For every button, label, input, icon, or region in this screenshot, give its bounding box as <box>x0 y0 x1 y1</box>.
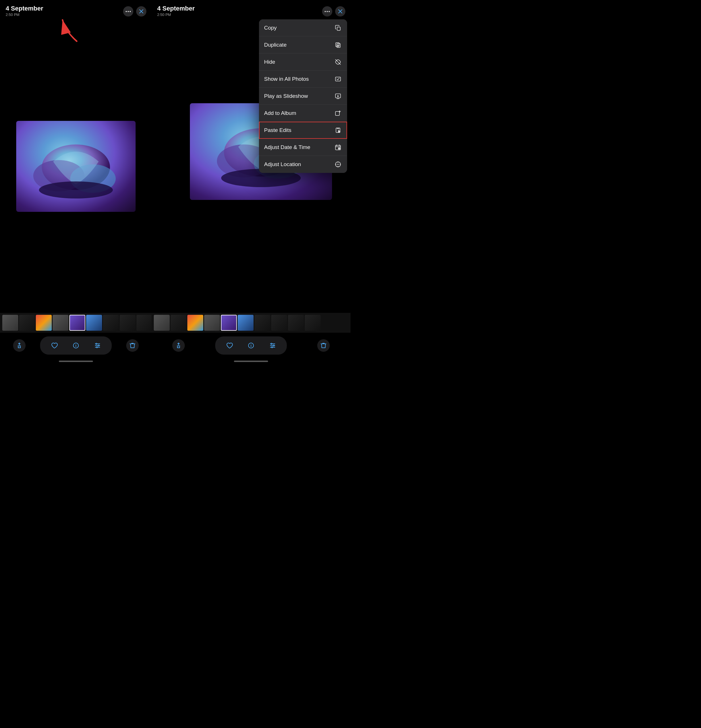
right-home-bar <box>234 361 268 362</box>
menu-item-show-all[interactable]: Show in All Photos <box>259 71 347 88</box>
arrow-indicator <box>57 14 85 45</box>
right-toolbar-pill <box>215 337 287 355</box>
filmstrip-thumb-6[interactable] <box>86 315 102 331</box>
svg-point-16 <box>96 343 97 344</box>
svg-point-19 <box>325 11 326 12</box>
adjust-date-svg <box>335 144 341 150</box>
duplicate-icon <box>334 41 342 49</box>
filmstrip-thumb-4[interactable] <box>53 315 69 331</box>
right-info-button[interactable] <box>245 339 257 352</box>
left-info-button[interactable] <box>70 339 82 352</box>
left-heart-button[interactable] <box>48 339 61 352</box>
adjust-location-icon <box>334 160 342 168</box>
slideshow-svg <box>335 93 341 99</box>
paste-edits-icon <box>334 126 342 134</box>
svg-point-1 <box>128 11 129 12</box>
add-album-svg <box>335 110 341 116</box>
filmstrip-thumb-8[interactable] <box>120 315 136 331</box>
filmstrip-thumb-3[interactable] <box>36 315 52 331</box>
svg-point-20 <box>327 11 328 12</box>
svg-point-9 <box>39 181 113 198</box>
menu-item-adjust-location-label: Adjust Location <box>264 161 301 168</box>
context-menu: Copy Duplicate Hide <box>259 19 347 173</box>
right-close-button[interactable] <box>335 6 345 16</box>
right-share-button[interactable] <box>172 339 185 352</box>
menu-item-duplicate[interactable]: Duplicate <box>259 36 347 53</box>
menu-item-paste-edits[interactable]: Paste Edits <box>259 122 347 139</box>
filmstrip-thumb-1[interactable] <box>2 315 18 331</box>
paste-edits-svg <box>335 127 341 133</box>
left-trash-button[interactable] <box>126 339 139 352</box>
menu-item-duplicate-label: Duplicate <box>264 42 287 48</box>
right-header: 4 September 2:50 PM <box>151 0 350 20</box>
trash-icon-right <box>320 342 327 349</box>
left-toolbar-pill <box>40 337 112 355</box>
svg-line-29 <box>335 59 340 65</box>
svg-point-49 <box>338 164 338 165</box>
hide-icon <box>334 58 342 66</box>
svg-point-65 <box>273 345 274 346</box>
right-adjust-button[interactable] <box>266 339 279 352</box>
right-home-indicator <box>151 358 350 364</box>
right-trash-button[interactable] <box>317 339 330 352</box>
right-filmstrip <box>151 313 350 333</box>
menu-item-hide[interactable]: Hide <box>259 53 347 71</box>
svg-rect-34 <box>335 111 339 116</box>
show-all-icon <box>334 75 342 83</box>
right-toolbar <box>151 333 350 358</box>
menu-item-paste-edits-label: Paste Edits <box>264 127 291 133</box>
right-filmstrip-thumb-2[interactable] <box>170 315 186 331</box>
menu-item-add-album[interactable]: Add to Album <box>259 105 347 122</box>
filmstrip-thumb-9[interactable] <box>136 315 151 331</box>
close-icon <box>139 9 143 13</box>
menu-item-show-all-label: Show in All Photos <box>264 76 309 82</box>
right-heart-button[interactable] <box>223 339 236 352</box>
adjust-icon-right <box>269 342 276 349</box>
right-filmstrip-thumb-8[interactable] <box>271 315 287 331</box>
right-more-button[interactable] <box>322 6 332 16</box>
left-filmstrip <box>0 313 151 333</box>
left-adjust-button[interactable] <box>91 339 104 352</box>
menu-item-slideshow[interactable]: Play as Slideshow <box>259 88 347 105</box>
right-filmstrip-thumb-5[interactable] <box>221 315 237 331</box>
left-home-indicator <box>0 358 151 364</box>
menu-item-adjust-location[interactable]: Adjust Location <box>259 156 347 173</box>
svg-point-0 <box>125 11 127 12</box>
right-filmstrip-thumb-6[interactable] <box>238 315 254 331</box>
copy-svg <box>335 25 341 31</box>
ellipsis-icon-right <box>325 11 330 12</box>
left-more-button[interactable] <box>123 6 133 16</box>
red-arrow <box>57 14 85 47</box>
left-photo-svg <box>30 133 121 207</box>
menu-item-copy[interactable]: Copy <box>259 19 347 36</box>
filmstrip-thumb-2[interactable] <box>19 315 35 331</box>
svg-marker-32 <box>338 95 339 97</box>
menu-item-copy-label: Copy <box>264 25 277 31</box>
filmstrip-thumb-7[interactable] <box>103 315 119 331</box>
right-filmstrip-thumb-10[interactable] <box>305 315 321 331</box>
left-close-button[interactable] <box>136 6 146 16</box>
filmstrip-thumb-5[interactable] <box>69 315 85 331</box>
svg-point-2 <box>130 11 131 12</box>
right-filmstrip-thumb-3[interactable] <box>188 315 203 331</box>
right-title-block: 4 September 2:50 PM <box>157 5 195 17</box>
share-icon-right <box>175 342 182 349</box>
right-filmstrip-thumb-4[interactable] <box>204 315 220 331</box>
show-all-svg <box>335 76 341 82</box>
svg-point-21 <box>329 11 330 12</box>
menu-item-adjust-date[interactable]: Adjust Date & Time <box>259 139 347 156</box>
close-icon-right <box>338 9 342 13</box>
left-date: 4 September <box>6 5 43 12</box>
duplicate-svg <box>335 42 341 48</box>
left-time: 2:50 PM <box>6 13 43 17</box>
heart-icon <box>51 342 58 349</box>
right-filmstrip-thumb-9[interactable] <box>288 315 304 331</box>
right-filmstrip-thumb-7[interactable] <box>254 315 270 331</box>
right-filmstrip-thumb-1[interactable] <box>154 315 170 331</box>
info-icon-right <box>248 342 254 349</box>
left-share-button[interactable] <box>13 339 26 352</box>
add-album-icon <box>334 109 342 117</box>
ellipsis-icon <box>125 11 131 12</box>
slideshow-icon <box>334 92 342 100</box>
right-header-buttons <box>322 6 345 16</box>
